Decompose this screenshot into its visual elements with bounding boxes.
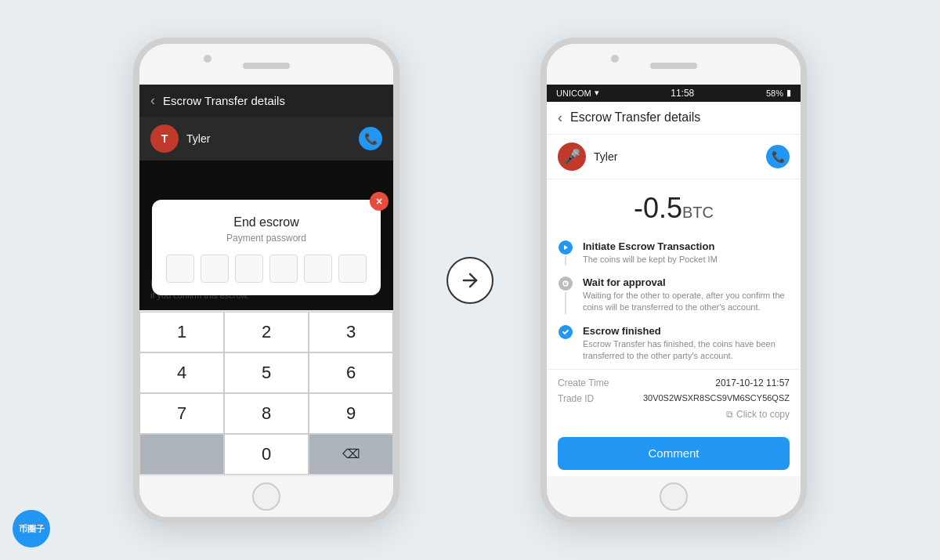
key-empty	[139, 434, 224, 475]
timeline-content-1: Initiate Escrow Transaction The coins wi…	[583, 240, 790, 266]
left-phone-screen: ‹ Escrow Transfer details T Tyler 📞 Be w…	[139, 85, 393, 476]
status-bar: UNICOM ▾ 11:58 58% ▮	[547, 85, 801, 102]
step1-desc: The coins will be kept by Pocket IM	[583, 254, 790, 266]
status-left: UNICOM ▾	[556, 88, 599, 98]
number-keyboard: 1 2 3 4 5 6 7 8 9	[139, 310, 393, 476]
key-4[interactable]: 4	[139, 352, 224, 393]
modal-title: End escrow	[164, 215, 368, 229]
pin-box-3[interactable]	[235, 255, 263, 283]
right-back-button[interactable]: ‹	[558, 110, 562, 126]
step1-title: Initiate Escrow Transaction	[583, 240, 790, 252]
key-6[interactable]: 6	[309, 352, 393, 393]
right-speaker	[650, 63, 697, 69]
right-camera-dot	[611, 55, 619, 63]
key-2[interactable]: 2	[224, 312, 309, 352]
left-phone: ‹ Escrow Transfer details T Tyler 📞 Be w…	[133, 38, 400, 523]
timeline-dot-3	[559, 325, 573, 339]
key-3[interactable]: 3	[309, 312, 393, 352]
timeline-item-1: Initiate Escrow Transaction The coins wi…	[558, 240, 790, 266]
speaker	[243, 63, 290, 69]
btc-value: -0.5	[634, 192, 682, 224]
timeline-content-2: Wait for approval Waiting for the other …	[583, 276, 790, 314]
copy-icon: ⧉	[726, 409, 733, 420]
right-header-title: Escrow Transfer details	[570, 110, 700, 125]
create-time-value: 2017-10-12 11:57	[715, 378, 790, 388]
key-1[interactable]: 1	[139, 312, 224, 352]
pin-box-6[interactable]	[338, 255, 367, 283]
comment-button[interactable]: Comment	[558, 437, 790, 470]
key-9[interactable]: 9	[309, 393, 393, 434]
create-time-label: Create Time	[558, 378, 609, 388]
step3-title: Escrow finished	[583, 325, 790, 337]
battery-icon: ▮	[786, 88, 791, 98]
scene: ‹ Escrow Transfer details T Tyler 📞 Be w…	[0, 0, 940, 560]
right-contact-row: 🎤 Tyler 📞	[547, 135, 801, 179]
step2-desc: Waiting for the other to operate, after …	[583, 290, 790, 314]
key-8[interactable]: 8	[224, 393, 309, 434]
timeline-section: Initiate Escrow Transaction The coins wi…	[547, 234, 801, 369]
trade-id-value: 30V0S2WSXR8SCS9VM6SCY56QSZ	[643, 393, 790, 403]
app-logo: 币圈子	[13, 510, 50, 547]
info-section: Create Time 2017-10-12 11:57 Trade ID 30…	[547, 369, 801, 431]
left-avatar: T	[150, 125, 179, 153]
pin-box-4[interactable]	[269, 255, 298, 283]
camera-dot	[204, 55, 212, 63]
right-home-button[interactable]	[660, 482, 688, 511]
key-7[interactable]: 7	[139, 393, 224, 434]
key-row-4: 0 ⌫	[139, 434, 393, 475]
key-0[interactable]: 0	[224, 434, 309, 475]
arrow-indicator	[446, 257, 494, 304]
timeline-line-1	[565, 256, 566, 266]
right-avatar: 🎤	[558, 143, 586, 171]
left-call-button[interactable]: 📞	[359, 127, 382, 150]
left-header-title: Escrow Transfer details	[163, 94, 285, 107]
wifi-icon: ▾	[595, 88, 599, 98]
left-contact-name: Tyler	[186, 132, 210, 145]
left-header: ‹ Escrow Transfer details	[139, 85, 393, 117]
right-phone-screen: UNICOM ▾ 11:58 58% ▮ ‹ Escrow Transfer d…	[547, 85, 801, 476]
pin-input-area[interactable]	[164, 255, 368, 283]
copy-row[interactable]: ⧉ Click to copy	[558, 409, 790, 420]
trade-id-row: Trade ID 30V0S2WSXR8SCS9VM6SCY56QSZ	[558, 393, 790, 404]
modal-close-button[interactable]: ×	[370, 192, 389, 211]
left-home-button[interactable]	[252, 482, 280, 511]
pin-box-5[interactable]	[304, 255, 332, 283]
step3-desc: Escrow Transfer has finished, the coins …	[583, 338, 790, 363]
timeline-item-2: Wait for approval Waiting for the other …	[558, 276, 790, 314]
key-row-3: 7 8 9	[139, 393, 393, 434]
timeline-content-3: Escrow finished Escrow Transfer has fini…	[583, 325, 790, 363]
step2-title: Wait for approval	[583, 276, 790, 288]
left-contact-row: T Tyler 📞	[139, 117, 393, 161]
key-delete[interactable]: ⌫	[309, 434, 393, 475]
svg-marker-1	[564, 245, 568, 250]
timeline-dot-1	[559, 240, 573, 255]
timeline-line-2	[565, 292, 566, 314]
pin-box-2[interactable]	[201, 255, 229, 283]
copy-text[interactable]: Click to copy	[736, 409, 790, 420]
battery-percent: 58%	[766, 89, 783, 98]
left-phone-top	[139, 44, 393, 85]
modal-subtitle: Payment password	[164, 233, 368, 244]
pin-box-1[interactable]	[166, 255, 194, 283]
btc-unit: BTC	[682, 204, 714, 221]
btc-amount-section: -0.5BTC	[547, 179, 801, 234]
create-time-row: Create Time 2017-10-12 11:57	[558, 378, 790, 388]
timeline-dot-2	[559, 276, 573, 291]
trade-id-label: Trade ID	[558, 393, 594, 404]
left-phone-bottom	[139, 476, 393, 517]
right-phone: UNICOM ▾ 11:58 58% ▮ ‹ Escrow Transfer d…	[540, 38, 807, 523]
key-5[interactable]: 5	[224, 352, 309, 393]
carrier-text: UNICOM	[556, 89, 591, 98]
end-escrow-modal: × End escrow Payment password	[152, 200, 381, 295]
right-phone-top	[547, 44, 801, 85]
right-header: ‹ Escrow Transfer details	[547, 102, 801, 135]
key-row-1: 1 2 3	[139, 312, 393, 352]
right-call-button[interactable]: 📞	[766, 145, 790, 168]
status-right: 58% ▮	[766, 88, 791, 98]
status-time: 11:58	[671, 88, 694, 99]
arrow-right-icon	[459, 269, 481, 291]
left-back-button[interactable]: ‹	[150, 92, 155, 109]
right-contact-name: Tyler	[594, 150, 617, 163]
key-row-2: 4 5 6	[139, 352, 393, 393]
right-phone-bottom	[547, 476, 801, 517]
